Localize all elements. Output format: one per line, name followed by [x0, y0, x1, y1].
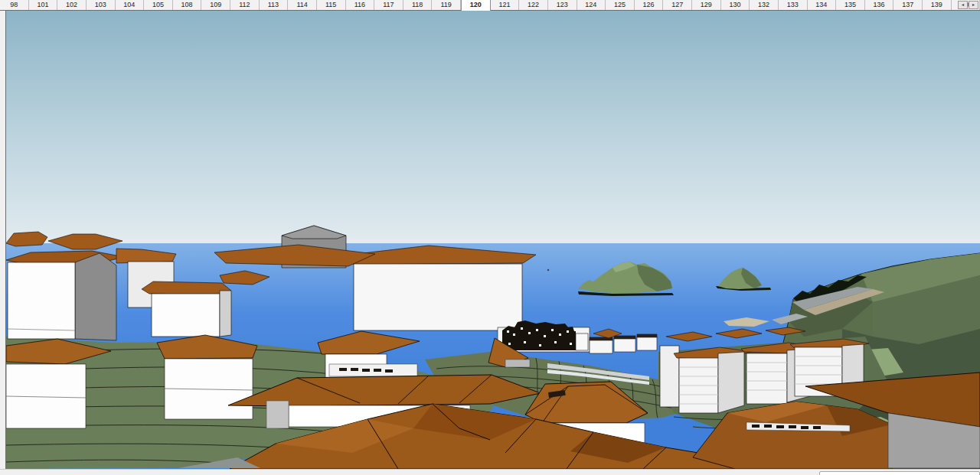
scene-tab-133[interactable]: 133 [779, 0, 808, 10]
viewport-3d[interactable] [6, 11, 980, 469]
sky [6, 11, 980, 245]
scene-tab-137[interactable]: 137 [893, 0, 923, 10]
viewport-left-edge [0, 10, 6, 469]
scene-tab-135[interactable]: 135 [836, 0, 865, 10]
scene-tab-116[interactable]: 116 [346, 0, 375, 10]
scene-tab-113[interactable]: 113 [260, 0, 289, 10]
scene-tab-104[interactable]: 104 [116, 0, 145, 10]
scene-tab-101[interactable]: 101 [29, 0, 58, 10]
scene-tab-112[interactable]: 112 [230, 0, 260, 10]
scene-tab-121[interactable]: 121 [491, 0, 520, 10]
scene-tab-123[interactable]: 123 [548, 0, 577, 10]
tab-scroll-right-button[interactable]: ▸ [969, 1, 978, 9]
scene-tab-139[interactable]: 139 [923, 0, 952, 10]
scene-tab-136[interactable]: 136 [865, 0, 894, 10]
scene-tab-120[interactable]: 120 [461, 0, 491, 11]
boat-dot [547, 269, 549, 271]
scene-tab-125[interactable]: 125 [606, 0, 635, 10]
scene-tabs: 9810110210310410510810911211311411511611… [0, 0, 980, 11]
measurements-box[interactable] [819, 471, 980, 475]
scene-tab-117[interactable]: 117 [374, 0, 403, 10]
tab-scroll-left-button[interactable]: ◂ [958, 1, 968, 9]
scene-tab-115[interactable]: 115 [317, 0, 346, 10]
app-window: 9810110210310410510810911211311411511611… [0, 0, 980, 475]
scene-tab-98[interactable]: 98 [0, 0, 29, 10]
scene-tab-122[interactable]: 122 [519, 0, 548, 10]
scene-tab-124[interactable]: 124 [577, 0, 606, 10]
scene-tab-105[interactable]: 105 [144, 0, 173, 10]
scene-tab-130[interactable]: 130 [721, 0, 750, 10]
scene-tab-114[interactable]: 114 [288, 0, 317, 10]
scene-tab-129[interactable]: 129 [692, 0, 721, 10]
scene-tab-126[interactable]: 126 [635, 0, 664, 10]
scene-tab-118[interactable]: 118 [403, 0, 433, 10]
scene-tab-134[interactable]: 134 [808, 0, 837, 10]
scene-tab-119[interactable]: 119 [432, 0, 461, 10]
scene-tab-103[interactable]: 103 [87, 0, 116, 10]
scene-tab-108[interactable]: 108 [173, 0, 202, 10]
scene-tab-109[interactable]: 109 [201, 0, 230, 10]
scene-canvas [6, 11, 980, 469]
scene-tab-132[interactable]: 132 [750, 0, 779, 10]
scene-tab-102[interactable]: 102 [57, 0, 87, 10]
scene-tab-127[interactable]: 127 [663, 0, 692, 10]
